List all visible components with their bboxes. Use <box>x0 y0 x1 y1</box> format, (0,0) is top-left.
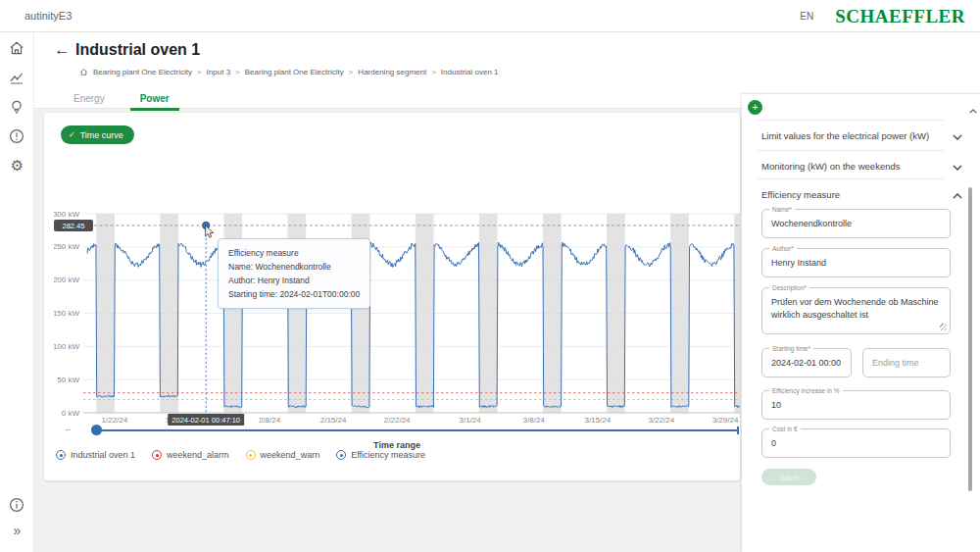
slider-end-notch <box>737 427 739 434</box>
legend-item[interactable]: Industrial oven 1 <box>56 450 135 460</box>
breadcrumb-separator: > <box>431 68 436 76</box>
settings-gear-icon[interactable]: ⚙ <box>0 157 34 175</box>
accordion-monitoring-weekends[interactable]: Monitoring (kW) on the weekends <box>761 156 951 176</box>
slider-handle[interactable] <box>91 425 102 435</box>
analytics-chart-icon[interactable] <box>8 69 25 86</box>
panel-scrollbar-thumb[interactable] <box>968 187 972 491</box>
breadcrumb-separator: > <box>235 68 240 76</box>
sidebar: ⚙ » <box>0 32 34 552</box>
efficiency-increase-field[interactable]: Efficiency increase in % 10 <box>761 390 951 420</box>
chart-card: ✓ Time curve 300 kW250 kW200 kW150 kW100… <box>44 113 740 480</box>
page-title: Industrial oven 1 <box>75 41 200 59</box>
legend-item[interactable]: weekend_alarm <box>152 450 229 460</box>
svg-text:100 kW: 100 kW <box>54 342 79 351</box>
settings-panel: + Limit values for the electrical power … <box>742 93 980 552</box>
svg-text:0 kW: 0 kW <box>62 409 80 418</box>
chevron-up-icon <box>953 185 962 203</box>
expand-sidebar-icon[interactable]: » <box>0 523 34 538</box>
svg-text:200 kW: 200 kW <box>54 276 79 284</box>
ending-time-field[interactable]: Ending time <box>862 348 951 377</box>
breadcrumb-home-icon[interactable] <box>79 68 88 76</box>
mouse-cursor-icon <box>204 225 216 242</box>
breadcrumb-separator: > <box>349 68 354 76</box>
idea-bulb-icon[interactable] <box>8 98 25 116</box>
svg-text:50 kW: 50 kW <box>57 376 79 384</box>
tab-power[interactable]: Power <box>122 87 187 111</box>
legend-label: Industrial oven 1 <box>71 450 135 460</box>
app-window: autinityE3 EN SCHAEFFLER ⚙ <box>0 0 980 552</box>
visibility-toggle-icon <box>152 450 162 460</box>
scroll-up-icon[interactable] <box>969 100 977 118</box>
breadcrumb-item[interactable]: Bearing plant One Electricity <box>93 68 192 76</box>
svg-text:250 kW: 250 kW <box>54 242 79 251</box>
language-selector[interactable]: EN <box>800 11 813 22</box>
top-bar: autinityE3 EN SCHAEFFLER <box>0 0 980 32</box>
back-button[interactable]: ← <box>54 40 71 60</box>
add-measure-button[interactable]: + <box>748 100 762 115</box>
visibility-toggle-icon <box>56 450 66 460</box>
tab-bar: Energy Power <box>56 87 187 111</box>
power-time-chart[interactable]: 300 kW250 kW200 kW150 kW100 kW50 kW0 kW1… <box>54 172 740 431</box>
description-field[interactable]: Description* Prüfen vor dem Wochenende o… <box>761 287 951 334</box>
alert-icon[interactable] <box>8 127 25 145</box>
chart-tooltip: Efficiency measureName: Wochenendkontrol… <box>218 238 370 309</box>
legend-item[interactable]: weekend_warn <box>246 450 320 460</box>
breadcrumb-item[interactable]: Bearing plant One Electricity <box>245 68 344 76</box>
legend-label: weekend_alarm <box>167 450 229 460</box>
breadcrumb-item[interactable]: Industrial oven 1 <box>441 68 499 76</box>
topbar-right: EN SCHAEFFLER <box>800 0 965 32</box>
home-icon[interactable] <box>8 39 25 57</box>
accordion-limit-values[interactable]: Limit values for the electrical power (k… <box>761 125 951 145</box>
save-button[interactable]: Save <box>761 469 816 485</box>
slider-label: Time range <box>54 440 740 450</box>
name-field[interactable]: Name* Wochenendkontrolle <box>761 209 951 238</box>
schaeffler-logo: SCHAEFFLER <box>835 6 965 27</box>
legend-label: weekend_warn <box>261 450 320 460</box>
accordion-efficiency-measure[interactable]: Efficiency measure <box>761 184 951 204</box>
breadcrumb-item[interactable]: Hardening segment <box>358 68 426 76</box>
textarea-resize-handle[interactable] <box>940 324 947 330</box>
info-icon[interactable] <box>8 496 25 514</box>
check-icon: ✓ <box>69 130 75 139</box>
breadcrumb-separator: > <box>197 68 202 76</box>
svg-text:150 kW: 150 kW <box>54 309 79 318</box>
page-header: ← Industrial oven 1 Bearing plant One El… <box>34 32 742 108</box>
starting-time-field[interactable]: Starting time* 2024-02-01 00:00 <box>761 348 852 377</box>
chevron-down-icon <box>953 126 962 144</box>
time-range-slider: ← <box>54 422 740 439</box>
author-field[interactable]: Author* Henry Instand <box>761 248 951 277</box>
chevron-down-icon <box>953 157 962 175</box>
chart-legend: Industrial oven 1weekend_alarmweekend_wa… <box>56 450 425 460</box>
breadcrumb: Bearing plant One Electricity>Input 3>Be… <box>79 68 499 76</box>
slider-track[interactable] <box>96 429 738 431</box>
tab-energy[interactable]: Energy <box>56 87 122 111</box>
slider-back-arrow[interactable]: ← <box>64 424 73 433</box>
time-curve-chip[interactable]: ✓ Time curve <box>61 125 134 144</box>
legend-label: Efficiency measure <box>351 450 425 460</box>
svg-text:300 kW: 300 kW <box>54 210 79 219</box>
legend-item[interactable]: Efficiency measure <box>336 450 425 460</box>
cost-field[interactable]: Cost in € 0 <box>761 428 951 458</box>
svg-text:282.45: 282.45 <box>63 222 85 230</box>
breadcrumb-item[interactable]: Input 3 <box>207 68 230 76</box>
visibility-toggle-icon <box>336 450 346 460</box>
app-title: autinityE3 <box>24 10 72 22</box>
visibility-toggle-icon <box>246 450 256 460</box>
